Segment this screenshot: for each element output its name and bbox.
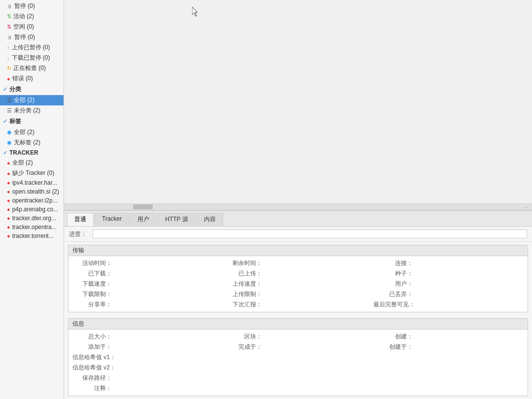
info-completed-row: 完成于： (223, 342, 373, 352)
peers-label: 用户： (373, 280, 413, 288)
transfer-dl-limit-row: 下载限制： (72, 289, 223, 299)
sidebar: ⏸ 暂停 (0) ⇅ 活动 (2) ⇅ 空闲 (0) ⏸ 暂停 (0) ↑ 上传… (0, 0, 64, 399)
transfer-ul-speed-row: 上传速度： (223, 279, 373, 289)
dl-limit-label: 下载限制： (72, 290, 112, 299)
main-area: ··· 普通 Tracker 用户 HTTP 源 内容 进度： 传输 (64, 0, 532, 399)
transfer-col2: 剩余时间： 已上传： 上传速度： 上传限制： (223, 258, 373, 310)
info-section-title: 信息 (68, 319, 528, 330)
svg-marker-0 (192, 7, 198, 16)
sidebar-item-trackerdler[interactable]: ● tracker.dler.org... (0, 214, 64, 223)
p4p-icon: ● (7, 206, 10, 212)
no-tracker-icon: ● (7, 170, 10, 176)
transfer-ul-limit-row: 上传限制： (223, 289, 373, 299)
sidebar-item-upload-stopped[interactable]: ↑ 上传已暂停 (0) (0, 42, 64, 53)
uploaded-label: 已上传： (223, 269, 262, 278)
info-col1: 总大小： 添加于： 信息哈希值 v1： 信息哈希值 v2： (72, 332, 223, 394)
progress-label: 进度： (69, 230, 89, 238)
tabs-bar: 普通 Tracker 用户 HTTP 源 内容 (64, 211, 532, 227)
tab-content[interactable]: 内容 (197, 213, 223, 226)
info-section: 信息 总大小： 添加于： 信息哈希值 v1： (68, 318, 528, 396)
scroll-dots: ··· (524, 204, 529, 210)
transfer-next-report-row: 下次汇报： (223, 299, 373, 310)
totalsize-label: 总大小： (72, 332, 112, 341)
tab-http-source[interactable]: HTTP 源 (158, 213, 195, 226)
sidebar-item-openstealth[interactable]: ● open.stealth.si (2) (0, 187, 64, 196)
transfer-share-ratio-row: 分享率： (72, 299, 223, 310)
remaining-time-label: 剩余时间： (223, 259, 262, 267)
downloaded-label: 已下载： (72, 269, 112, 278)
sidebar-item-checking[interactable]: ↻ 正在检查 (0) (0, 63, 64, 73)
transfer-section-content: 活动时间： 已下载： 下载速度： 下载限制： (68, 256, 528, 312)
download-stopped-icon: ↓ (7, 55, 10, 61)
transfer-last-complete-row: 最后完整可见： (373, 299, 524, 310)
sidebar-item-error[interactable]: ● 错误 (0) (0, 73, 64, 84)
tag-section-header[interactable]: ✓ 标签 (0, 116, 64, 127)
openstealth-icon: ● (7, 189, 10, 195)
sidebar-item-uncategorized[interactable]: ☰ 未分类 (2) (0, 105, 64, 116)
transfer-peers-row: 用户： (373, 279, 524, 289)
info-created-by-row: 创建于： (373, 342, 524, 352)
transfer-seeds-row: 种子： (373, 268, 524, 279)
pause-icon: ⏸ (7, 3, 12, 9)
sidebar-item-p4p[interactable]: ● p4p.arenabg.co... (0, 205, 64, 214)
sidebar-item-opentracker[interactable]: ● opentracker.i2p... (0, 196, 64, 205)
horizontal-scrollbar[interactable]: ··· (64, 203, 532, 210)
ul-limit-label: 上传限制： (223, 290, 262, 299)
sidebar-item-trackertorrent[interactable]: ● tracker.torrent... (0, 232, 64, 240)
sidebar-item-active[interactable]: ⇅ 活动 (2) (0, 11, 64, 22)
sidebar-item-pause2[interactable]: ⏸ 暂停 (0) (0, 32, 64, 42)
transfer-downloaded-row: 已下载： (72, 268, 223, 279)
hash-v2-label: 信息哈希值 v2： (72, 364, 116, 372)
created-by-label: 创建于： (373, 343, 413, 351)
sidebar-item-pause1[interactable]: ⏸ 暂停 (0) (0, 1, 64, 11)
list-icon: ☰ (7, 97, 12, 103)
cursor (192, 7, 202, 17)
transfer-section-title: 传输 (68, 245, 528, 256)
tag-all-icon: ◉ (7, 129, 12, 135)
tag-chevron-icon: ✓ (3, 118, 7, 125)
torrent-list-area (64, 0, 532, 203)
sidebar-item-all-tag[interactable]: ◉ 全部 (2) (0, 127, 64, 137)
transfer-connections-row: 连接： (373, 258, 524, 268)
next-report-label: 下次汇报： (223, 300, 262, 309)
info-hash-v2-row: 信息哈希值 v2： (72, 363, 223, 373)
tracker-all-icon: ● (7, 160, 10, 166)
info-added-row: 添加于： (72, 342, 223, 352)
inactive-icon: ⇅ (7, 24, 11, 30)
upload-stopped-icon: ↑ (7, 45, 10, 51)
info-created-row: 创建： (373, 332, 524, 342)
tab-tracker[interactable]: Tracker (95, 213, 129, 226)
transfer-col3: 连接： 种子： 用户： 已丢弃： (373, 258, 524, 310)
sidebar-item-inactive[interactable]: ⇅ 空闲 (0) (0, 22, 64, 32)
tab-normal[interactable]: 普通 (67, 213, 94, 226)
sidebar-item-trackeropen[interactable]: ● tracker.opentra... (0, 223, 64, 232)
category-chevron-icon: ✓ (3, 86, 7, 93)
sidebar-item-no-tag[interactable]: ◉ 无标签 (2) (0, 137, 64, 148)
hash-v1-label: 信息哈希值 v1： (72, 353, 116, 362)
sidebar-item-download-stopped[interactable]: ↓ 下载已暂停 (0) (0, 53, 64, 63)
info-section-content: 总大小： 添加于： 信息哈希值 v1： 信息哈希值 v2： (68, 330, 528, 396)
completed-label: 完成于： (223, 343, 262, 351)
comment-label: 注释： (72, 384, 112, 393)
sidebar-item-no-tracker[interactable]: ● 缺少 Tracker (0) (0, 168, 64, 178)
trackertorrent-icon: ● (7, 233, 10, 239)
scrollbar-handle[interactable] (133, 204, 153, 209)
sidebar-item-ipv4-tracker[interactable]: ● ipv4.tracker.har... (0, 178, 64, 187)
info-totalsize-row: 总大小： (72, 332, 223, 342)
pieces-label: 区块： (223, 332, 262, 341)
ipv4-tracker-icon: ● (7, 180, 10, 186)
tab-user[interactable]: 用户 (130, 213, 157, 226)
checking-icon: ↻ (7, 65, 11, 71)
category-section-header[interactable]: ✓ 分类 (0, 84, 64, 95)
transfer-col1: 活动时间： 已下载： 下载速度： 下载限制： (72, 258, 223, 310)
info-comment-row: 注释： (72, 383, 223, 394)
opentracker-icon: ● (7, 198, 10, 203)
created-label: 创建： (373, 332, 413, 341)
tracker-section-header[interactable]: ✓ TRACKER (0, 148, 64, 158)
sidebar-item-all-category[interactable]: ☰ 全部 (2) (0, 95, 64, 105)
ul-speed-label: 上传速度： (223, 280, 262, 288)
sidebar-item-all-tracker[interactable]: ● 全部 (2) (0, 158, 64, 168)
trackeropen-icon: ● (7, 224, 10, 230)
error-icon: ● (7, 76, 10, 82)
last-complete-label: 最后完整可见： (373, 300, 415, 309)
